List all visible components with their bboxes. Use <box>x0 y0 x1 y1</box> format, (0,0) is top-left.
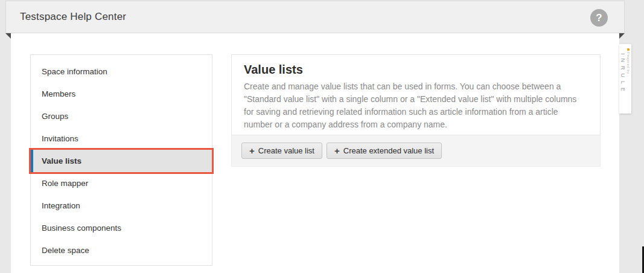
powered-by-label: Powered by <box>626 52 630 74</box>
section-description: Create and manage value lists that can b… <box>244 80 588 131</box>
sidebar-item-delete-space[interactable]: Delete space <box>31 239 212 262</box>
button-label: Create value list <box>258 146 314 155</box>
inrule-brand-label: INRULE <box>620 53 626 95</box>
settings-sidebar: Space information Members Groups Invitat… <box>30 54 212 266</box>
sidebar-item-role-mapper[interactable]: Role mapper <box>31 172 212 194</box>
plus-icon: + <box>334 146 340 155</box>
help-icon[interactable]: ? <box>590 9 608 27</box>
sidebar-item-business-components[interactable]: Business components <box>31 217 212 239</box>
sidebar-item-groups[interactable]: Groups <box>31 105 212 127</box>
page-title: Testspace Help Center <box>20 11 126 23</box>
inrule-logo-dot-icon <box>627 48 630 51</box>
button-label: Create extended value list <box>343 146 434 155</box>
content-panel: Space information Members Groups Invitat… <box>11 33 619 273</box>
sidebar-item-integration[interactable]: Integration <box>31 194 212 217</box>
sidebar-item-value-lists[interactable]: Value lists <box>31 150 212 172</box>
powered-by-inrule-badge[interactable]: Powered by INRULE <box>619 44 631 114</box>
section-title: Value lists <box>244 63 588 77</box>
create-extended-value-list-button[interactable]: + Create extended value list <box>327 143 442 159</box>
ribbon-fold-right-icon <box>619 33 625 39</box>
sidebar-item-members[interactable]: Members <box>31 83 212 105</box>
card-footer: + Create value list + Create extended va… <box>231 135 601 167</box>
header-bar: Testspace Help Center ? <box>5 1 625 33</box>
sidebar-item-invitations[interactable]: Invitations <box>31 127 212 150</box>
ribbon-fold-left-icon <box>5 33 11 39</box>
value-lists-card: Value lists Create and manage value list… <box>231 54 601 135</box>
sidebar-item-space-information[interactable]: Space information <box>31 60 212 83</box>
create-value-list-button[interactable]: + Create value list <box>241 143 322 159</box>
plus-icon: + <box>249 146 255 155</box>
